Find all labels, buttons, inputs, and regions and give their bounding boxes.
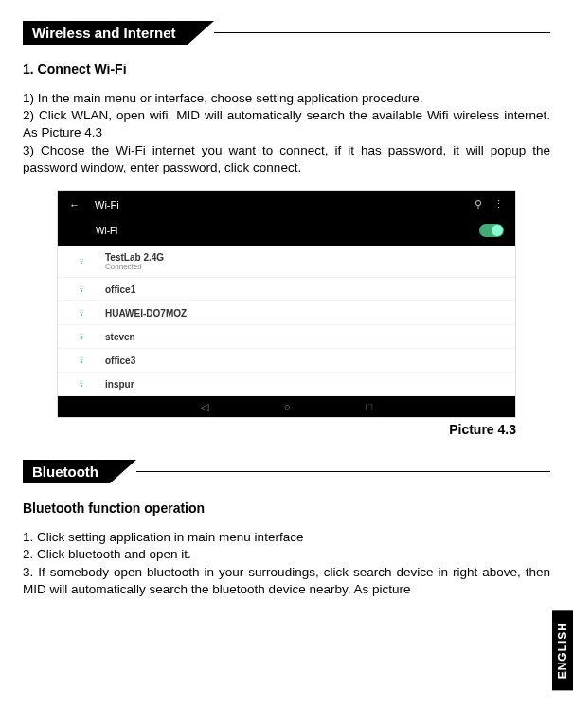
wifi-network-name: inspur bbox=[105, 379, 134, 390]
wifi-network-name: steven bbox=[105, 332, 135, 342]
wifi-row[interactable]: inspur bbox=[58, 373, 515, 396]
bluetooth-subtitle: Bluetooth function operation bbox=[23, 500, 550, 516]
back-icon[interactable]: ← bbox=[69, 199, 80, 210]
section-header-wireless: Wireless and Internet bbox=[23, 21, 550, 45]
figure-title: Wi-Fi bbox=[95, 199, 463, 210]
wifi-row[interactable]: steven bbox=[58, 325, 515, 349]
wifi-network-name: TestLab 2.4G bbox=[105, 252, 164, 263]
wifi-step-1: 1) In the main menu or interface, choose… bbox=[23, 90, 550, 107]
wifi-row[interactable]: office1 bbox=[58, 278, 515, 301]
nav-back-icon[interactable]: ◁ bbox=[201, 401, 208, 413]
wifi-figure: ← Wi-Fi ⚲ ⋮ Wi-Fi TestLab 2.4GConnectedo… bbox=[57, 190, 516, 418]
wifi-toggle[interactable] bbox=[479, 224, 504, 237]
wifi-toggle-row: Wi-Fi bbox=[58, 218, 515, 246]
figure-header: ← Wi-Fi ⚲ ⋮ bbox=[58, 191, 515, 218]
bluetooth-paragraphs: 1. Click setting application in main men… bbox=[23, 529, 550, 598]
nav-home-icon[interactable]: ○ bbox=[284, 401, 291, 412]
wifi-signal-icon bbox=[75, 331, 88, 342]
wifi-signal-icon bbox=[75, 307, 88, 318]
wifi-row[interactable]: HUAWEI-DO7MOZ bbox=[58, 301, 515, 325]
wifi-step-2: 2) Click WLAN, open wifi, MID will autom… bbox=[23, 107, 550, 141]
section-header-bluetooth: Bluetooth bbox=[23, 460, 550, 483]
bluetooth-step-3: 3. If somebody open bluetooth in your su… bbox=[23, 564, 550, 598]
wifi-network-status: Connected bbox=[105, 263, 164, 271]
wifi-network-name: HUAWEI-DO7MOZ bbox=[105, 308, 187, 318]
language-tab: ENGLISH bbox=[552, 610, 573, 690]
figure-caption: Picture 4.3 bbox=[23, 422, 516, 437]
android-nav-bar: ◁ ○ □ bbox=[58, 396, 515, 417]
wifi-row[interactable]: office3 bbox=[58, 349, 515, 373]
wifi-step-3: 3) Choose the Wi-Fi internet you want to… bbox=[23, 142, 550, 176]
wifi-toggle-label: Wi-Fi bbox=[96, 226, 479, 236]
wifi-network-name: office1 bbox=[105, 284, 135, 295]
search-icon[interactable]: ⚲ bbox=[475, 198, 482, 210]
wifi-subtitle: 1. Connect Wi-Fi bbox=[23, 62, 550, 77]
section-tab-wireless: Wireless and Internet bbox=[23, 21, 188, 45]
wifi-signal-icon bbox=[75, 378, 88, 390]
wifi-network-name: office3 bbox=[105, 355, 135, 366]
section-rule bbox=[136, 471, 550, 472]
nav-recent-icon[interactable]: □ bbox=[367, 401, 373, 412]
wifi-row[interactable]: TestLab 2.4GConnected bbox=[58, 246, 515, 278]
menu-icon[interactable]: ⋮ bbox=[493, 198, 504, 210]
bluetooth-step-1: 1. Click setting application in main men… bbox=[23, 529, 550, 546]
wifi-signal-icon bbox=[75, 283, 88, 295]
bluetooth-step-2: 2. Click bluetooth and open it. bbox=[23, 546, 550, 563]
wifi-signal-icon bbox=[75, 355, 88, 366]
section-rule bbox=[214, 32, 550, 33]
section-tab-bluetooth: Bluetooth bbox=[23, 460, 110, 483]
wifi-signal-icon bbox=[75, 256, 88, 267]
wifi-list: TestLab 2.4GConnectedoffice1HUAWEI-DO7MO… bbox=[58, 246, 515, 396]
wifi-paragraphs: 1) In the main menu or interface, choose… bbox=[23, 90, 550, 176]
